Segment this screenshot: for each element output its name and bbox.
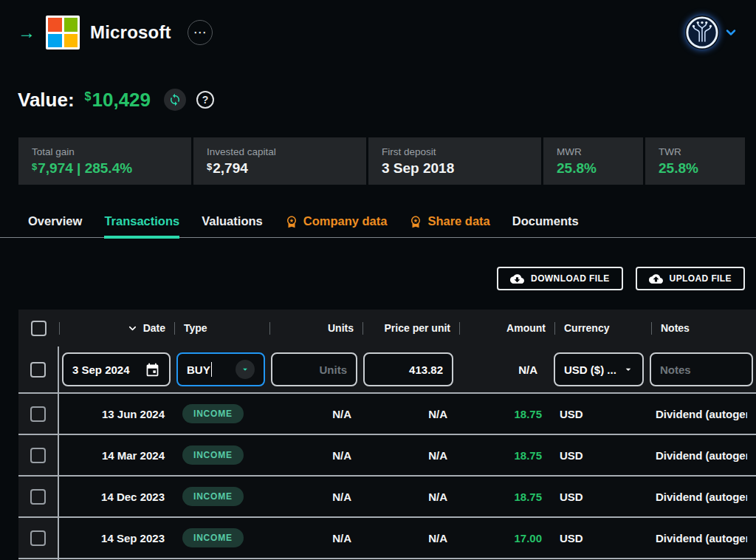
tab-share-data[interactable]: Share data <box>409 214 489 239</box>
stat-value: 25.8% <box>557 160 630 177</box>
row-checkbox[interactable] <box>30 362 46 378</box>
more-options-button[interactable]: ⋯ <box>188 20 213 45</box>
currency-symbol: $ <box>85 90 92 103</box>
chevron-down-icon[interactable] <box>724 25 738 40</box>
stat-invested-capital: Invested capital $2,794 <box>193 137 366 185</box>
download-file-button[interactable]: DOWNLOAD FILE <box>497 267 623 290</box>
price-per-unit-field[interactable] <box>363 352 453 386</box>
cell-units: N/A <box>268 394 360 434</box>
column-header-currency[interactable]: Currency <box>555 310 651 346</box>
cell-amount: 17.00 <box>456 518 551 558</box>
cell-price: N/A <box>360 477 456 516</box>
cell-amount: 18.75 <box>456 477 551 516</box>
premium-medal-icon <box>285 215 298 228</box>
stat-value: $7,974 | 285.4% <box>32 160 178 177</box>
tab-company-data[interactable]: Company data <box>285 214 388 239</box>
cell-currency: USD <box>551 435 647 475</box>
tab-overview[interactable]: Overview <box>28 214 82 239</box>
premium-medal-icon <box>409 215 422 228</box>
cell-currency: USD <box>551 518 647 558</box>
notes-input[interactable] <box>660 363 743 376</box>
back-arrow-icon[interactable]: → <box>18 24 35 41</box>
amount-value: N/A <box>518 363 548 376</box>
type-select[interactable]: BUY <box>176 352 265 386</box>
type-badge: INCOME <box>182 528 244 547</box>
date-field[interactable]: 3 Sep 2024 <box>62 352 171 386</box>
sort-chevron-icon <box>127 323 138 334</box>
sync-icon <box>168 93 182 106</box>
cell-units: N/A <box>268 477 360 516</box>
question-mark-icon: ? <box>202 94 209 106</box>
cloud-upload-icon <box>649 272 663 286</box>
type-badge: INCOME <box>182 404 244 423</box>
cell-amount: 18.75 <box>456 394 551 434</box>
table-row[interactable]: 14 Dec 2023 INCOME N/A N/A 18.75 USD Div… <box>18 477 756 518</box>
tab-valuations[interactable]: Valuations <box>202 214 263 239</box>
calendar-icon[interactable] <box>145 362 160 378</box>
cell-notes: Dividend (autogene <box>647 394 756 434</box>
units-input[interactable] <box>281 363 347 376</box>
stats-bar: Total gain $7,974 | 285.4% Invested capi… <box>18 137 745 185</box>
column-header-price[interactable]: Price per unit <box>363 310 459 346</box>
tab-transactions[interactable]: Transactions <box>104 214 179 239</box>
cell-price: N/A <box>360 518 456 558</box>
cell-notes: Dividend (autogene <box>647 435 756 475</box>
cell-units: N/A <box>268 435 360 475</box>
stat-label: Total gain <box>32 146 178 157</box>
upload-file-button[interactable]: UPLOAD FILE <box>636 267 745 290</box>
caret-down-icon <box>622 363 634 375</box>
cell-date: 14 Sep 2023 <box>59 518 173 558</box>
tab-documents[interactable]: Documents <box>512 214 579 239</box>
caret-down-icon <box>240 364 250 375</box>
refresh-button[interactable] <box>164 89 186 111</box>
row-checkbox[interactable] <box>30 406 46 422</box>
column-header-date[interactable]: Date <box>60 310 174 346</box>
stat-label: MWR <box>557 146 630 157</box>
stat-first-deposit: First deposit 3 Sep 2018 <box>368 137 541 185</box>
notes-field[interactable] <box>650 352 753 386</box>
stat-label: Invested capital <box>207 146 353 157</box>
row-checkbox[interactable] <box>30 530 46 546</box>
column-header-amount[interactable]: Amount <box>460 310 554 346</box>
column-header-units[interactable]: Units <box>270 310 362 346</box>
value-amount: $10,429 <box>85 89 151 112</box>
stat-value: $2,794 <box>207 160 353 177</box>
file-actions: DOWNLOAD FILE UPLOAD FILE <box>0 267 756 290</box>
table-row[interactable]: 13 Jun 2024 INCOME N/A N/A 18.75 USD Div… <box>18 394 756 435</box>
stat-value: 3 Sep 2018 <box>382 160 528 177</box>
currency-select[interactable]: USD ($) ... <box>554 352 644 386</box>
microsoft-logo <box>46 16 80 49</box>
cell-date: 14 Dec 2023 <box>59 477 173 516</box>
row-checkbox[interactable] <box>30 448 46 463</box>
price-input[interactable] <box>374 363 443 376</box>
table-row[interactable]: 14 Sep 2023 INCOME N/A N/A 17.00 USD Div… <box>18 518 756 559</box>
page-title: Microsoft <box>90 22 171 43</box>
cell-notes: Dividend (autogene <box>647 518 756 558</box>
type-badge: INCOME <box>182 487 244 506</box>
units-field[interactable] <box>271 352 357 386</box>
tab-bar: Overview Transactions Valuations Company… <box>0 211 756 238</box>
row-checkbox[interactable] <box>30 489 46 505</box>
ellipsis-icon: ⋯ <box>193 26 207 39</box>
transactions-table: Date Type Units Price per unit Amount Cu… <box>18 310 756 560</box>
avatar[interactable] <box>685 16 719 49</box>
type-dropdown-button[interactable] <box>236 360 255 379</box>
table-row[interactable]: 14 Mar 2024 INCOME N/A N/A 18.75 USD Div… <box>18 435 756 477</box>
cell-date: 14 Mar 2024 <box>59 435 173 475</box>
cell-price: N/A <box>360 435 456 475</box>
topbar: → Microsoft ⋯ <box>0 0 756 53</box>
table-header: Date Type Units Price per unit Amount Cu… <box>18 310 756 346</box>
stat-mwr: MWR 25.8% <box>543 137 643 185</box>
column-header-notes[interactable]: Notes <box>652 310 756 346</box>
select-all-checkbox[interactable] <box>31 321 47 336</box>
type-badge: INCOME <box>182 445 244 465</box>
column-header-type[interactable]: Type <box>175 310 269 346</box>
new-transaction-row: 3 Sep 2024 BUY N/A <box>18 346 756 394</box>
stat-twr: TWR 25.8% <box>645 137 745 185</box>
help-button[interactable]: ? <box>196 91 214 109</box>
stat-total-gain: Total gain $7,974 | 285.4% <box>18 137 191 185</box>
cell-currency: USD <box>551 477 647 516</box>
cell-price: N/A <box>360 394 456 434</box>
value-section: Value: $10,429 ? <box>18 87 756 112</box>
cell-currency: USD <box>551 394 647 434</box>
